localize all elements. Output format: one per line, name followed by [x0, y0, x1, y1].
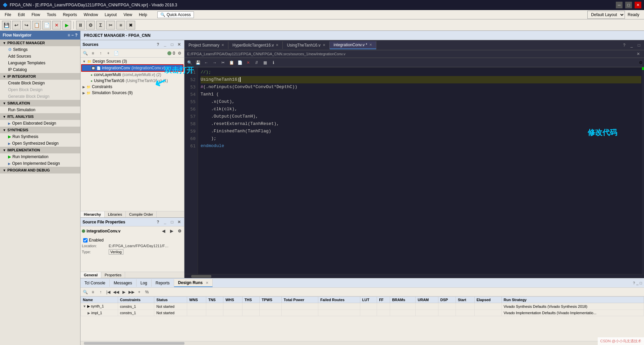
- editor-float-icon[interactable]: □: [636, 42, 642, 48]
- dr-search-btn[interactable]: 🔍: [82, 289, 89, 295]
- toolbar-undo[interactable]: ↩: [12, 21, 21, 29]
- bottom-tab-tcl[interactable]: Tcl Console: [80, 279, 110, 287]
- section-ip-header[interactable]: ▼ IP INTEGRATOR: [0, 73, 80, 80]
- ed-info-btn[interactable]: ℹ: [270, 59, 277, 66]
- nav-open-implemented[interactable]: ▶ Open Implemented Design: [0, 160, 80, 167]
- sfp-minimize-icon[interactable]: _: [162, 219, 168, 225]
- nav-settings[interactable]: ⚙ Settings: [0, 46, 80, 53]
- nav-run-synthesis[interactable]: ▶ Run Synthesis: [0, 133, 80, 140]
- section-rtl-header[interactable]: ▼ RTL ANALYSIS: [0, 113, 80, 120]
- quick-access-bar[interactable]: 🔍 Quick Access: [157, 11, 194, 18]
- flow-nav-icon-2[interactable]: −: [71, 33, 74, 38]
- menu-window[interactable]: Window: [80, 11, 101, 18]
- sfp-settings-btn[interactable]: ⚙: [176, 228, 183, 234]
- dr-prev-btn[interactable]: ◀◀: [113, 289, 119, 295]
- toolbar-sum[interactable]: Σ: [96, 21, 105, 29]
- bottom-hscrollbar[interactable]: [80, 341, 644, 345]
- ed-search-btn[interactable]: 🔍: [186, 59, 193, 66]
- menu-flow[interactable]: Flow: [28, 11, 43, 18]
- bottom-tab-reports[interactable]: Reports: [152, 279, 174, 287]
- ed-paste-btn[interactable]: 📄: [236, 59, 244, 66]
- sources-tab-compile-order[interactable]: Compile Order: [126, 211, 157, 217]
- nav-open-synthesized[interactable]: ▶ Open Synthesized Design: [0, 140, 80, 147]
- sources-help-icon[interactable]: ?: [155, 42, 161, 48]
- menu-help[interactable]: Help: [136, 11, 151, 18]
- sfp-prev-btn[interactable]: ◀: [160, 228, 167, 234]
- toolbar-cut[interactable]: ✂: [106, 21, 115, 29]
- ed-block-btn[interactable]: ▦: [261, 59, 269, 66]
- sfp-tab-general[interactable]: General: [80, 272, 101, 278]
- nav-generate-block-design[interactable]: Generate Block Design: [0, 93, 80, 100]
- sfp-next-btn[interactable]: ▶: [168, 228, 175, 234]
- menu-layout[interactable]: Layout: [101, 11, 120, 18]
- tab-usingthetanh-close[interactable]: ✕: [323, 43, 325, 47]
- synth1-expand-icon2[interactable]: ▶: [87, 304, 90, 308]
- flow-nav-icon-1[interactable]: ≡: [68, 33, 70, 38]
- table-row-synth1[interactable]: ▼ ▶ synth_1 constrs_1 Not started: [81, 303, 644, 310]
- editor-bottom-scrollbar[interactable]: [184, 274, 644, 278]
- ed-cut-btn[interactable]: ✂: [219, 59, 227, 66]
- toolbar-format[interactable]: ≡: [116, 21, 125, 29]
- editor-tab-project-summary[interactable]: Project Summary ✕: [184, 42, 228, 49]
- ed-copy-btn[interactable]: 📋: [228, 59, 235, 66]
- layout-select[interactable]: Default Layout: [587, 11, 625, 19]
- minimize-button[interactable]: ─: [616, 2, 623, 8]
- tab-hyperbolic-close[interactable]: ✕: [276, 43, 278, 47]
- menu-reports[interactable]: Reports: [59, 11, 80, 18]
- ed-undo-btn[interactable]: ←: [203, 59, 210, 66]
- editor-minimize-icon[interactable]: _: [629, 42, 635, 48]
- design-runs-close[interactable]: ✕: [206, 281, 208, 285]
- synth1-expand-icon[interactable]: ▼: [83, 304, 86, 308]
- bottom-hscroll-thumb[interactable]: [84, 342, 184, 345]
- design-sources-header[interactable]: ▼ 📁 Design Sources (3): [81, 58, 183, 64]
- menu-file[interactable]: File: [1, 11, 14, 18]
- dr-percent-btn[interactable]: %: [144, 289, 150, 295]
- src-add-btn[interactable]: +: [105, 50, 112, 57]
- bottom-minimize-icon[interactable]: _: [636, 281, 638, 285]
- menu-tools[interactable]: Tools: [43, 11, 59, 18]
- sources-close-icon[interactable]: ✕: [176, 42, 182, 48]
- sources-float-icon[interactable]: □: [169, 42, 175, 48]
- close-button[interactable]: ✕: [635, 2, 641, 8]
- editor-tab-hyperbolic[interactable]: HyperBolicTangent16.v ✕: [228, 42, 283, 49]
- constraints-header[interactable]: ▶ 📁 Constraints: [81, 84, 183, 90]
- table-row-impl1[interactable]: ▶ impl_1 constrs_1 Not started: [81, 310, 644, 316]
- dr-play-btn[interactable]: ▶: [120, 289, 127, 295]
- sim-sources-header[interactable]: ▶ 📁 Simulation Sources (9): [81, 90, 183, 96]
- editor-tab-integration-conv[interactable]: integrationConv.v * ✕: [330, 41, 377, 49]
- tree-item-tanh16[interactable]: ● UsingTheTanh16 (UsingTheTanh16.v) (1): [81, 78, 183, 84]
- ed-comment-btn[interactable]: //: [253, 59, 260, 66]
- sources-tab-libraries[interactable]: Libraries: [105, 211, 126, 217]
- editor-path-close[interactable]: ✕: [635, 51, 641, 57]
- nav-add-sources[interactable]: Add Sources: [0, 53, 80, 60]
- toolbar-save[interactable]: 💾: [2, 21, 11, 29]
- nav-language-templates[interactable]: Language Templates: [0, 60, 80, 66]
- dr-collapse-btn[interactable]: ↑: [97, 289, 104, 295]
- src-settings-btn[interactable]: ⚙: [176, 50, 183, 57]
- bottom-tab-design-runs[interactable]: Design Runs ✕: [174, 279, 213, 287]
- ed-save-btn[interactable]: 💾: [194, 59, 202, 66]
- sources-tab-hierarchy[interactable]: Hierarchy: [80, 211, 105, 217]
- menu-edit[interactable]: Edit: [14, 11, 28, 18]
- dr-filter-btn[interactable]: ≡: [90, 289, 96, 295]
- editor-help-icon[interactable]: ?: [621, 42, 627, 48]
- impl1-expand-icon[interactable]: ▶: [88, 311, 90, 315]
- maximize-button[interactable]: □: [625, 2, 632, 8]
- dr-first-btn[interactable]: |◀: [105, 289, 112, 295]
- src-search-btn[interactable]: 🔍: [82, 50, 89, 57]
- bottom-help-icon[interactable]: ?: [633, 281, 635, 285]
- toolbar-extra[interactable]: ✖: [126, 21, 135, 29]
- sfp-help-icon[interactable]: ?: [155, 219, 161, 225]
- sfp-float-icon[interactable]: □: [169, 219, 175, 225]
- sfp-close-icon[interactable]: ✕: [176, 219, 182, 225]
- section-synth-header[interactable]: ▼ SYNTHESIS: [0, 127, 80, 133]
- sfp-tab-properties[interactable]: Properties: [101, 272, 125, 278]
- tree-item-convlayer[interactable]: ● convLayerMulti (convLayerMulti.v) (2): [81, 72, 183, 78]
- tab-integration-close[interactable]: ✕: [369, 43, 372, 47]
- editor-hscroll-thumb[interactable]: [191, 275, 211, 278]
- bottom-tab-messages[interactable]: Messages: [110, 279, 137, 287]
- tree-item-integrationconv[interactable]: 🔲 📄 integrationConv (integrationConv.v) …: [81, 64, 183, 72]
- ed-settings-icon[interactable]: ⚙: [639, 60, 643, 65]
- nav-run-simulation[interactable]: Run Simulation: [0, 107, 80, 113]
- tab-project-summary-close[interactable]: ✕: [221, 43, 224, 47]
